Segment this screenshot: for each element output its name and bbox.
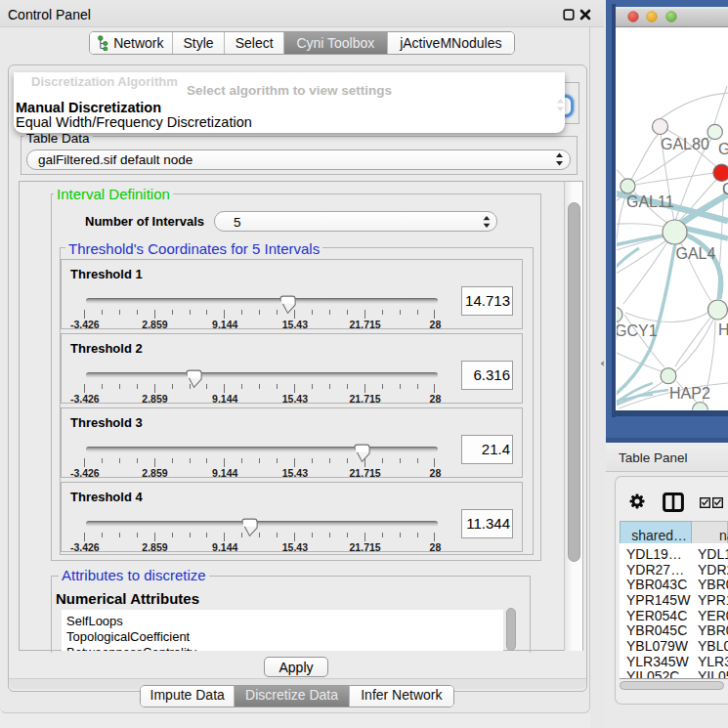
svg-text:CD: CD xyxy=(722,181,728,197)
svg-text:GCY1: GCY1 xyxy=(615,322,658,339)
svg-text:HI: HI xyxy=(718,321,728,338)
svg-text:GA: GA xyxy=(718,141,728,157)
svg-text:HAP2: HAP2 xyxy=(669,385,710,402)
svg-text:GAL4: GAL4 xyxy=(676,245,716,262)
svg-text:GAL11: GAL11 xyxy=(626,193,674,210)
svg-text:GAL80: GAL80 xyxy=(661,136,709,152)
